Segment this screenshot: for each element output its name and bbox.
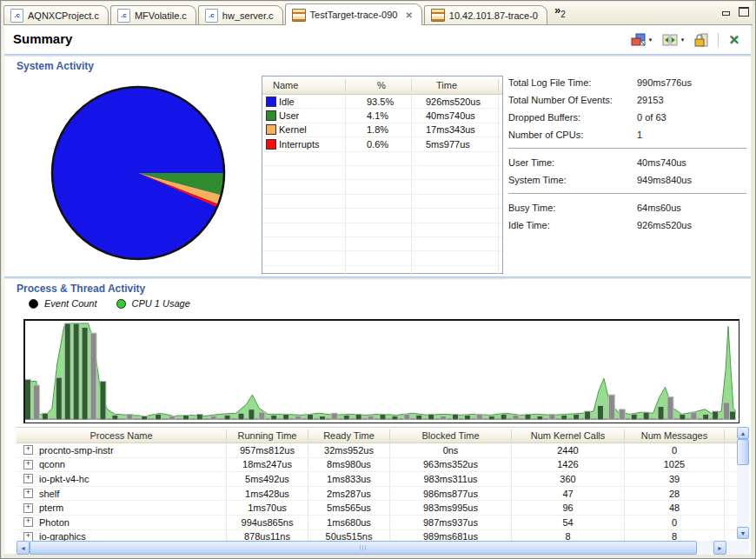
process-table-row[interactable]: +procnto-smp-instr957ms812us32ms952us0ns…	[17, 443, 749, 458]
process-table-row[interactable]: +shelf1ms428us2ms287us986ms877us4728	[17, 487, 749, 502]
stat-row: Dropped Buffers:0 of 63	[508, 109, 746, 126]
system-table-row[interactable]: Idle93.5%926ms520us	[262, 95, 502, 109]
editor-tab[interactable]: .cMFVolatile.c	[110, 5, 196, 24]
editor-tab[interactable]: .chw_server.c	[198, 5, 283, 24]
system-table-body: Idle93.5%926ms520usUser4.1%40ms740usKern…	[262, 95, 502, 280]
system-cell-name: Idle	[262, 95, 346, 108]
view-header: Summary ▼ ▼	[4, 25, 751, 53]
process-table-row[interactable]: +pterm1ms70us5ms565us983ms995us9648	[17, 501, 749, 516]
system-cell-name: User	[262, 109, 346, 122]
event-count-bar	[464, 415, 470, 420]
vertical-scrollbar[interactable]: ▲ ▼	[737, 427, 749, 539]
expand-icon[interactable]: +	[23, 503, 33, 513]
event-count-bar	[549, 414, 555, 420]
vertical-scrollbar-track[interactable]	[737, 465, 749, 527]
expand-icon[interactable]: +	[23, 517, 33, 527]
process-table-row[interactable]: +qconn18ms247us8ms980us963ms352us1426102…	[17, 458, 749, 473]
process-column-header[interactable]: Running Time	[227, 429, 308, 441]
process-cell: 32ms952us	[308, 443, 390, 457]
event-count-bar	[56, 377, 62, 420]
event-count-bar	[404, 414, 410, 420]
process-cell: 957ms812us	[227, 443, 308, 457]
system-table-empty-row	[262, 209, 502, 223]
process-column-header[interactable]: Process Name	[17, 429, 227, 441]
process-table-row[interactable]: +io-pkt-v4-hc5ms492us1ms833us983ms311us3…	[17, 472, 749, 487]
process-cell: +procnto-smp-instr	[17, 443, 227, 457]
vertical-scrollbar-thumb[interactable]	[737, 439, 749, 465]
system-column-header[interactable]: Time	[412, 79, 499, 91]
stat-row: Idle Time:926ms520us	[508, 216, 746, 234]
tab-overflow-chevron[interactable]: »2	[554, 3, 566, 19]
scroll-left-icon[interactable]: ◄	[17, 541, 30, 555]
system-cell-percent: 4.1%	[346, 109, 412, 122]
trace-file-icon	[292, 9, 306, 22]
dropdown-caret-icon[interactable]: ▼	[680, 37, 685, 43]
tab-close-icon[interactable]: ✕	[405, 10, 412, 20]
system-table-row[interactable]: User4.1%40ms740us	[262, 109, 502, 123]
event-count-bar	[392, 416, 398, 420]
process-column-header[interactable]: Blocked Time	[390, 429, 512, 441]
event-count-bar	[100, 382, 106, 420]
process-cell: +shelf	[17, 487, 227, 501]
stats-separator	[508, 193, 746, 194]
process-cell: 1025	[625, 458, 725, 472]
event-count-bar	[271, 415, 277, 420]
legend-color-chip	[266, 96, 276, 107]
trace-file-icon	[431, 9, 445, 22]
tab-label: TestTarget-trace-090	[310, 10, 398, 20]
dropdown-caret-icon[interactable]: ▼	[648, 37, 653, 43]
expand-icon[interactable]: +	[23, 445, 33, 455]
process-column-header[interactable]: Ready Time	[308, 429, 390, 441]
expand-icon[interactable]: +	[23, 474, 33, 483]
event-count-bar	[643, 412, 649, 420]
scroll-down-icon[interactable]: ▼	[737, 527, 749, 539]
sync-panes-button[interactable]: ▼	[660, 30, 687, 50]
legend-dot-icon	[116, 299, 126, 309]
close-summary-button[interactable]: ✕	[726, 31, 742, 49]
editor-tab-bar: .cAQNXCProject.c.cMFVolatile.c.chw_serve…	[3, 2, 753, 25]
process-cell: 360	[512, 472, 625, 486]
event-count-bar	[476, 414, 482, 420]
process-cell: 2ms287us	[308, 487, 390, 501]
event-count-bar	[691, 412, 697, 420]
horizontal-scrollbar[interactable]: ◄ ►	[17, 541, 737, 555]
expand-icon[interactable]: +	[23, 489, 33, 498]
system-table-row[interactable]: Kernel1.8%17ms343us	[262, 123, 502, 137]
editor-tab[interactable]: TestTarget-trace-090✕	[285, 3, 422, 25]
event-count-bar	[196, 414, 202, 420]
cpu-usage-area	[25, 323, 736, 420]
stat-row: Busy Time:64ms60us	[508, 199, 746, 216]
process-name-label: shelf	[39, 489, 59, 499]
event-count-bar	[488, 416, 494, 420]
scroll-up-icon[interactable]: ▲	[737, 427, 749, 439]
system-column-header[interactable]: %	[346, 79, 412, 91]
process-activity-title: Process & Thread Activity	[17, 283, 145, 295]
horizontal-scrollbar-thumb[interactable]	[30, 541, 697, 555]
process-name-label: Photon	[39, 517, 70, 528]
event-count-bar	[224, 415, 230, 420]
toolbar-separator	[718, 33, 719, 47]
lock-button[interactable]	[692, 30, 711, 50]
process-column-header[interactable]: Num Kernel Calls	[512, 429, 625, 441]
stat-value: 926ms520us	[637, 220, 692, 230]
window-buttons	[721, 7, 749, 17]
process-cell: +Photon	[17, 516, 227, 529]
stat-value: 29153	[637, 95, 664, 105]
event-count-bar	[249, 409, 255, 420]
editor-tab[interactable]: .cAQNXCProject.c	[3, 5, 109, 24]
event-count-bar	[730, 411, 736, 420]
process-column-header[interactable]: Num Messages	[625, 429, 725, 441]
stat-value: 40ms740us	[637, 157, 686, 168]
display-mode-button[interactable]: ▼	[628, 30, 656, 50]
expand-icon[interactable]: +	[23, 460, 33, 469]
system-table-empty-row	[262, 251, 502, 265]
scroll-right-icon[interactable]: ►	[713, 541, 726, 555]
process-table-row[interactable]: +Photon994us865ns1ms680us987ms937us540	[17, 516, 749, 530]
editor-tab[interactable]: 10.42.101.87-trace-0	[424, 5, 547, 24]
minimize-icon[interactable]	[721, 7, 732, 17]
event-count-bar	[724, 403, 730, 420]
event-count-bar	[73, 323, 79, 420]
maximize-icon[interactable]	[739, 7, 749, 17]
system-column-header[interactable]: Name	[262, 79, 346, 91]
system-table-row[interactable]: Interrupts0.6%5ms977us	[262, 137, 502, 151]
